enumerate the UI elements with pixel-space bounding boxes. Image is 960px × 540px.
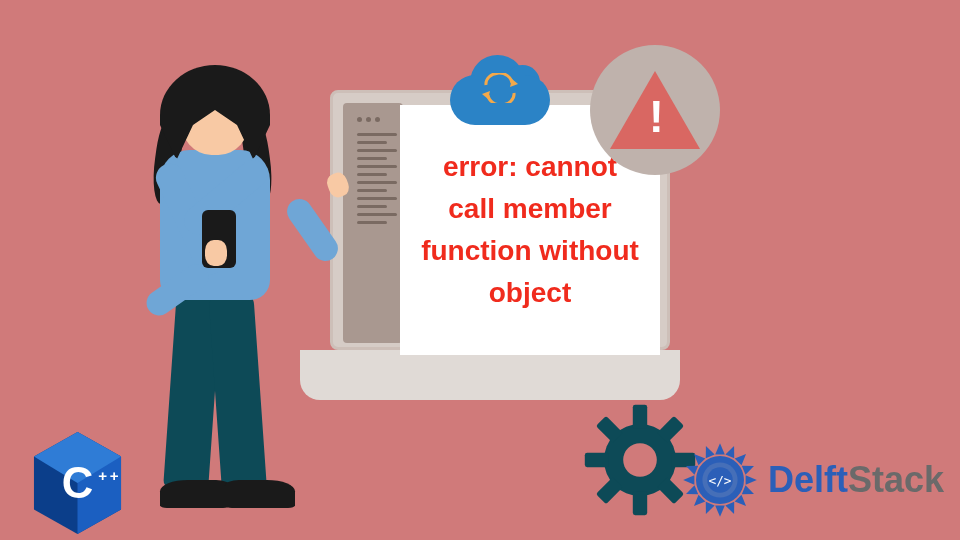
svg-point-11 — [623, 443, 657, 477]
error-message-text: error: cannot call member function witho… — [420, 146, 640, 314]
svg-text:+: + — [110, 467, 119, 484]
warning-icon: ! — [590, 45, 720, 175]
svg-text:C: C — [62, 459, 93, 507]
svg-text:+: + — [98, 467, 107, 484]
svg-rect-4 — [633, 491, 647, 515]
cpp-badge-icon: C + + — [30, 430, 125, 536]
brand-part1: Delft — [768, 459, 848, 500]
cloud-sync-icon — [445, 55, 555, 125]
svg-rect-3 — [633, 405, 647, 429]
delftstack-wordmark: DelftStack — [768, 459, 944, 501]
person-illustration — [110, 75, 340, 515]
delftstack-medallion-icon: </> — [680, 440, 760, 520]
svg-rect-5 — [585, 453, 609, 467]
svg-text:</>: </> — [708, 473, 731, 488]
brand-part2: Stack — [848, 459, 944, 500]
delftstack-logo: </> DelftStack — [680, 440, 944, 520]
